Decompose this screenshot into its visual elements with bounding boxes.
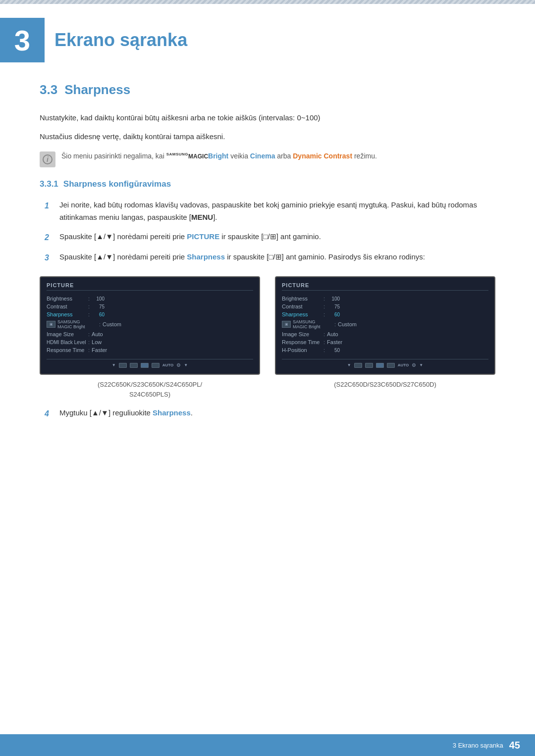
step-item-3: 3 Spauskite [▲/▼] norėdami pereiti prie … bbox=[45, 251, 495, 264]
note-icon: i bbox=[40, 151, 55, 167]
note-box: i Šio meniu pasirinkti negalima, kai SAM… bbox=[40, 151, 495, 167]
contrast-label-left: Contrast bbox=[47, 303, 86, 309]
step-text-2: Spauskite [▲/▼] norėdami pereiti prie PI… bbox=[59, 231, 495, 243]
picture-keyword: PICTURE bbox=[187, 232, 219, 241]
step-num-3: 3 bbox=[45, 252, 55, 264]
subsection-number: 3.3.1 bbox=[40, 179, 58, 189]
imagesize-label-left: Image Size bbox=[47, 331, 86, 337]
note-dynamic: Dynamic Contrast bbox=[293, 152, 352, 160]
intro-text-2: Nustačius didesnę vertę, daiktų kontūrai… bbox=[40, 130, 495, 143]
note-text: Šio meniu pasirinkti negalima, kai SAMSU… bbox=[61, 151, 377, 161]
step-text-4: Mygtuku [▲/▼] reguliuokite Sharpness. bbox=[59, 407, 495, 419]
sharpness-label-right: Sharpness bbox=[282, 311, 321, 317]
imagesize-label-right: Image Size bbox=[282, 331, 321, 337]
monitor-item-imagesize-right: Image Size : Auto bbox=[282, 330, 488, 338]
arrow-down-left: ▼ bbox=[112, 363, 116, 367]
monitor-caption-left: (S22C650K/S23C650K/S24C650PL/S24C650PLS) bbox=[40, 380, 260, 399]
monitor-item-brightness-left: Brightness : 100 bbox=[47, 295, 253, 302]
step-num-4: 4 bbox=[45, 407, 55, 420]
sharpness-bar-right: 60 bbox=[327, 312, 340, 317]
magic-value-left: Custom bbox=[103, 321, 121, 327]
arrow-down2-left: ▼ bbox=[184, 363, 188, 367]
imagesize-value-right: Auto bbox=[327, 331, 338, 337]
subsection-heading: 3.3.1 Sharpness konfigūravimas bbox=[40, 179, 495, 189]
btn2-left bbox=[130, 363, 138, 368]
monitor-bottom-bar-right: ▼ AUTO ⚙ ▼ bbox=[282, 359, 488, 368]
note-icon-inner: i bbox=[43, 154, 53, 164]
section-heading: 3.3 Sharpness bbox=[40, 82, 495, 98]
brightness-label-right: Brightness bbox=[282, 296, 321, 302]
response-value-left: Faster bbox=[92, 347, 107, 353]
btn1-right bbox=[354, 363, 362, 368]
step-text-1: Jei norite, kad būtų rodomas klavišų vad… bbox=[59, 199, 495, 224]
btn4-left bbox=[152, 363, 160, 368]
intro-text-1: Nustatykite, kad daiktų kontūrai būtų ai… bbox=[40, 111, 495, 124]
note-or: arba bbox=[275, 152, 293, 160]
monitor-bottom-bar-left: ▼ AUTO ⚙ ▼ bbox=[47, 359, 253, 368]
note-cinema: Cinema bbox=[250, 152, 275, 160]
monitor-screen-left: PICTURE Brightness : 100 Contrast : bbox=[40, 276, 260, 375]
monitor-item-hdmi-left: HDMI Black Level : Low bbox=[47, 338, 253, 346]
note-mid: veikia bbox=[228, 152, 250, 160]
footer-text: 3 Ekrano sąranka bbox=[453, 742, 503, 749]
section-number: 3.3 bbox=[40, 82, 57, 98]
gear-btn-left: ⚙ bbox=[176, 362, 181, 368]
step-num-2: 2 bbox=[45, 231, 55, 244]
step-item-1: 1 Jei norite, kad būtų rodomas klavišų v… bbox=[45, 199, 495, 224]
response-label-right: Response Time bbox=[282, 339, 321, 345]
btn3-left bbox=[141, 363, 149, 368]
monitor-title-right: PICTURE bbox=[282, 282, 488, 291]
contrast-bar-right: 75 bbox=[327, 304, 340, 309]
page-header: 3 Ekrano sąranka bbox=[0, 4, 535, 72]
btn3-right bbox=[376, 363, 384, 368]
gear-btn-right: ⚙ bbox=[412, 362, 416, 368]
monitor-item-magic-right: ▣ SAMSUNGMAGIC Bright : Custom bbox=[282, 318, 488, 330]
note-suffix: režimu. bbox=[352, 152, 377, 160]
monitor-item-contrast-left: Contrast : 75 bbox=[47, 302, 253, 310]
response-value-right: Faster bbox=[327, 339, 342, 345]
monitor-item-response-right: Response Time : Faster bbox=[282, 338, 488, 346]
magic-icon-right: ▣ bbox=[282, 321, 291, 328]
imagesize-value-left: Auto bbox=[92, 331, 103, 337]
chapter-title: Ekrano sąranka bbox=[54, 30, 187, 50]
monitor-item-hpos-right: H-Position : 50 bbox=[282, 346, 488, 354]
hdmi-value-left: Low bbox=[92, 339, 102, 345]
monitor-item-sharpness-left: Sharpness : 60 bbox=[47, 310, 253, 318]
top-stripe bbox=[0, 0, 535, 4]
monitor-block-left: PICTURE Brightness : 100 Contrast : bbox=[40, 276, 260, 399]
monitor-caption-right: (S22C650D/S23C650D/S27C650D) bbox=[275, 380, 495, 390]
note-prefix: Šio meniu pasirinkti negalima, kai bbox=[61, 152, 166, 160]
step-item-2: 2 Spauskite [▲/▼] norėdami pereiti prie … bbox=[45, 231, 495, 244]
monitor-item-contrast-right: Contrast : 75 bbox=[282, 302, 488, 310]
note-brand: SAMSUNGMAGICBright bbox=[166, 152, 229, 160]
btn4-right bbox=[387, 363, 395, 368]
sharpness-bar-left: 60 bbox=[92, 312, 105, 317]
footer-page-num: 45 bbox=[509, 740, 520, 751]
sharpness-label-left: Sharpness bbox=[47, 311, 86, 317]
brightness-bar-left: 100 bbox=[92, 296, 105, 302]
brightness-label-left: Brightness bbox=[47, 296, 86, 302]
monitor-screen-right: PICTURE Brightness : 100 Contrast : bbox=[275, 276, 495, 375]
monitor-item-brightness-right: Brightness : 100 bbox=[282, 295, 488, 302]
chapter-box: 3 bbox=[0, 18, 45, 62]
arrow-down2-right: ▼ bbox=[419, 363, 423, 367]
monitor-item-imagesize-left: Image Size : Auto bbox=[47, 330, 253, 338]
step-num-1: 1 bbox=[45, 200, 55, 212]
monitor-title-left: PICTURE bbox=[47, 282, 253, 291]
contrast-bar-left: 75 bbox=[92, 304, 105, 309]
magic-label-right: SAMSUNGMAGIC Bright bbox=[293, 319, 332, 329]
auto-btn-right: AUTO bbox=[398, 363, 409, 367]
step4-post: . bbox=[191, 408, 193, 417]
response-label-left: Response Time bbox=[47, 347, 86, 353]
steps-list: 1 Jei norite, kad būtų rodomas klavišų v… bbox=[45, 199, 495, 264]
magic-icon-left: ▣ bbox=[47, 321, 55, 328]
arrow-down-right: ▼ bbox=[347, 363, 351, 367]
menu-keyword: MENU bbox=[191, 213, 213, 221]
brightness-bar-right: 100 bbox=[327, 296, 340, 302]
monitor-item-response-left: Response Time : Faster bbox=[47, 346, 253, 354]
hdmi-label-left: HDMI Black Level bbox=[47, 340, 86, 345]
section-title: Sharpness bbox=[64, 82, 130, 98]
hpos-label-right: H-Position bbox=[282, 347, 321, 353]
steps-list-4: 4 Mygtuku [▲/▼] reguliuokite Sharpness. bbox=[45, 407, 495, 420]
hpos-bar-right: 50 bbox=[327, 348, 340, 353]
